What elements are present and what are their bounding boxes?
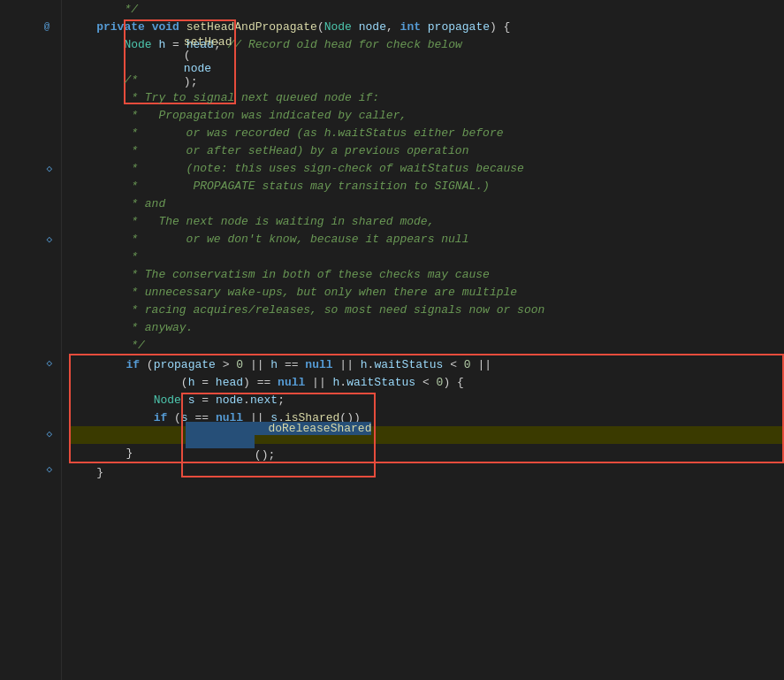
editor: @ ◇ ◇ ◇ xyxy=(0,0,784,680)
line-gutter: @ ◇ ◇ ◇ xyxy=(0,0,62,680)
gutter-line-11 xyxy=(0,177,56,195)
gutter-line-6 xyxy=(0,88,56,106)
code-line-22: ( h = head ) == null || h . waitStatus <… xyxy=(71,373,782,391)
keyword-int: int xyxy=(400,20,421,34)
gutter-line-10: ◇ xyxy=(0,159,56,177)
gutter-line-4 xyxy=(0,53,56,71)
gutter-line-15 xyxy=(0,248,56,265)
code-line-17: * unnecessary wake-ups, but only when th… xyxy=(69,283,784,301)
code-line-23: Node s = node . next ; xyxy=(71,391,782,409)
code-line-5: /* xyxy=(69,71,784,88)
code-line-26: } xyxy=(71,444,782,462)
gutter-line-13 xyxy=(0,212,56,230)
code-line-18: * racing acquires/releases, so most need… xyxy=(69,301,784,318)
gutter-line-7 xyxy=(0,106,56,124)
gutter-line-20 xyxy=(0,336,56,354)
indent xyxy=(69,20,96,34)
gutter-line-22 xyxy=(0,371,56,389)
diamond-up2-icon: ◇ xyxy=(46,357,52,369)
code-line-14: * or we don't know, because it appears n… xyxy=(69,230,784,248)
diamond-down-icon: ◇ xyxy=(46,233,52,245)
gutter-line-19 xyxy=(0,318,56,336)
code-line-21: if ( propagate > 0 || h == null || h . w… xyxy=(71,355,782,373)
code-area: */ private void setHeadAndPropagate ( No… xyxy=(62,0,784,680)
gutter-line-12 xyxy=(0,195,56,212)
code-line-19: * anyway. xyxy=(69,318,784,336)
code-line-16: * The conservatism in both of these chec… xyxy=(69,265,784,283)
code-line-24: if ( s == null || s . isShared ()) xyxy=(71,409,782,426)
diamond-up-icon: ◇ xyxy=(46,163,52,174)
diamond-down2-icon: ◇ xyxy=(46,428,52,439)
code-line-8: * or was recorded (as h.waitStatus eithe… xyxy=(69,124,784,141)
gutter-line-9 xyxy=(0,141,56,159)
code-line-9: * or after setHead) by a previous operat… xyxy=(69,141,784,159)
gutter-line-21: ◇ xyxy=(0,354,56,371)
gutter-line-5 xyxy=(0,71,56,88)
gutter-line-8 xyxy=(0,124,56,141)
comment-end: */ xyxy=(69,3,138,16)
gutter-line-14: ◇ xyxy=(0,230,56,248)
gutter-line-16 xyxy=(0,265,56,283)
gutter-line-26 xyxy=(0,442,56,460)
code-line-11: * PROPAGATE status may transition to SIG… xyxy=(69,177,784,195)
param-propagate: propagate xyxy=(428,20,490,34)
diamond-up3-icon: ◇ xyxy=(46,463,52,475)
param-node: node xyxy=(359,20,386,34)
code-line-25: doReleaseShared (); xyxy=(71,426,782,444)
at-icon: @ xyxy=(42,21,52,32)
gutter-line-24 xyxy=(0,407,56,424)
code-line-15: * xyxy=(69,248,784,265)
type-Node: Node xyxy=(324,20,352,34)
code-line-4: setHead ( node ); xyxy=(69,53,784,71)
code-line-20: */ xyxy=(69,336,784,354)
gutter-line-2: @ xyxy=(0,18,56,35)
gutter-line-18 xyxy=(0,301,56,318)
gutter-line-17 xyxy=(0,283,56,301)
code-line-12: * and xyxy=(69,195,784,212)
code-line-6: * Try to signal next queued node if: xyxy=(69,88,784,106)
code-line-10: * (note: this uses sign-check of waitSta… xyxy=(69,159,784,177)
code-line-7: * Propagation was indicated by caller, xyxy=(69,106,784,124)
code-line-13: * The next node is waiting in shared mod… xyxy=(69,212,784,230)
if-block-box: if ( propagate > 0 || h == null || h . w… xyxy=(69,354,784,463)
gutter-line-23 xyxy=(0,389,56,407)
gutter-line-1 xyxy=(0,0,56,18)
gutter-line-3 xyxy=(0,35,56,53)
code-line-1: */ xyxy=(69,0,784,18)
code-line-27: } xyxy=(69,463,784,481)
gutter-line-27: ◇ xyxy=(0,460,56,478)
gutter-line-25: ◇ xyxy=(0,424,56,442)
